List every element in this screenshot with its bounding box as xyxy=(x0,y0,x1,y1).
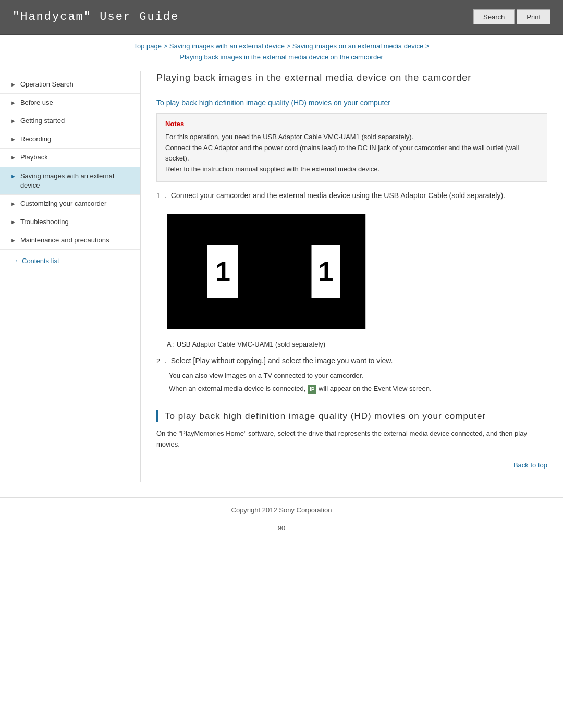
arrow-icon: ► xyxy=(10,200,16,208)
ip-icon: IP xyxy=(308,385,316,394)
breadcrumb-link-4[interactable]: Playing back images in the external medi… xyxy=(180,53,383,61)
step-1-number: 1 ． xyxy=(156,192,169,200)
device-image: 1 1 xyxy=(167,214,365,329)
arrow-icon: ► xyxy=(10,154,16,162)
section2-text: On the "PlayMemories Home" software, sel… xyxy=(156,428,547,450)
device-image-container: 1 1 xyxy=(167,214,366,329)
contents-arrow-icon: → xyxy=(10,256,19,265)
search-button[interactable]: Search xyxy=(473,9,515,24)
main-content: Playing back images in the external medi… xyxy=(141,71,563,482)
sidebar-item-recording[interactable]: ► Recording xyxy=(0,130,140,149)
sidebar-item-customizing[interactable]: ► Customizing your camcorder xyxy=(0,195,140,213)
sidebar-item-saving-images[interactable]: ► Saving images with an external device xyxy=(0,167,140,195)
sidebar-label: Saving images with an external device xyxy=(20,171,132,190)
contents-list-link[interactable]: → Contents list xyxy=(0,250,140,269)
image-caption: A : USB Adaptor Cable VMC-UAM1 (sold sep… xyxy=(167,340,547,348)
arrow-icon: ► xyxy=(10,135,16,143)
step-1: 1 ． Connect your camcorder and the exter… xyxy=(156,190,547,201)
note-line-3: Refer to the instruction manual supplied… xyxy=(165,164,538,175)
sidebar-item-getting-started[interactable]: ► Getting started xyxy=(0,112,140,130)
note-line-2: Connect the AC Adaptor and the power cor… xyxy=(165,143,538,165)
section2: To play back high definition image quali… xyxy=(156,410,547,423)
page-number: 90 xyxy=(0,519,563,542)
sidebar-item-before-use[interactable]: ► Before use xyxy=(0,94,140,112)
page-title: Playing back images in the external medi… xyxy=(156,71,547,90)
back-to-top: Back to top xyxy=(156,455,547,471)
back-to-top-link[interactable]: Back to top xyxy=(513,461,547,469)
arrow-icon: ► xyxy=(10,81,16,89)
hd-movies-link[interactable]: To play back high definition image quali… xyxy=(156,98,547,107)
sidebar-label: Recording xyxy=(20,134,51,144)
sidebar-item-troubleshooting[interactable]: ► Troubleshooting xyxy=(0,213,140,231)
sidebar-item-playback[interactable]: ► Playback xyxy=(0,149,140,167)
notes-box: Notes For this operation, you need the U… xyxy=(156,113,547,182)
sidebar: ► Operation Search ► Before use ► Gettin… xyxy=(0,71,141,482)
print-button[interactable]: Print xyxy=(517,9,550,24)
sidebar-label: Getting started xyxy=(20,116,65,126)
contents-list-label: Contents list xyxy=(22,257,59,265)
sidebar-label: Playback xyxy=(20,153,48,162)
copyright-text: Copyright 2012 Sony Corporation xyxy=(231,506,332,514)
header-buttons: Search Print xyxy=(473,9,550,24)
main-layout: ► Operation Search ► Before use ► Gettin… xyxy=(0,66,563,487)
arrow-icon: ► xyxy=(10,117,16,125)
section2-title: To play back high definition image quali… xyxy=(165,410,547,423)
arrow-icon-active: ► xyxy=(10,172,16,180)
step-2-number: 2 ． xyxy=(156,357,169,365)
sub-step-1: You can also view images on a TV connect… xyxy=(169,371,547,381)
sidebar-item-maintenance[interactable]: ► Maintenance and precautions xyxy=(0,231,140,250)
sidebar-label: Maintenance and precautions xyxy=(20,236,109,245)
arrow-icon: ► xyxy=(10,237,16,244)
sub-step-2: When an external media device is connect… xyxy=(169,384,547,394)
step-2-text: Select [Play without copying.] and selec… xyxy=(171,356,393,365)
label-b: 1 xyxy=(312,245,340,298)
sidebar-label: Before use xyxy=(20,98,53,107)
breadcrumb-link-3[interactable]: Saving images on an external media devic… xyxy=(292,42,423,50)
sidebar-label: Customizing your camcorder xyxy=(20,199,106,208)
step-2: 2 ． Select [Play without copying.] and s… xyxy=(156,355,547,366)
step-1-text: Connect your camcorder and the external … xyxy=(171,191,505,200)
sidebar-label: Operation Search xyxy=(20,80,74,89)
sidebar-label: Troubleshooting xyxy=(20,217,69,227)
footer: Copyright 2012 Sony Corporation xyxy=(0,497,563,519)
label-a: 1 xyxy=(207,245,238,298)
header: "Handycam" User Guide Search Print xyxy=(0,0,563,35)
event-view-text: will appear on the Event View screen. xyxy=(319,385,432,392)
note-line-1: For this operation, you need the USB Ada… xyxy=(165,132,538,143)
breadcrumb-link-1[interactable]: Top page xyxy=(134,42,162,50)
breadcrumb-link-2[interactable]: Saving images with an external device xyxy=(169,42,285,50)
site-title: "Handycam" User Guide xyxy=(13,10,179,23)
sidebar-item-operation-search[interactable]: ► Operation Search xyxy=(0,76,140,94)
sub-step-2-text: When an external media device is connect… xyxy=(169,385,305,392)
arrow-icon: ► xyxy=(10,218,16,226)
breadcrumb: Top page > Saving images with an externa… xyxy=(0,35,563,66)
notes-title: Notes xyxy=(165,120,538,128)
arrow-icon: ► xyxy=(10,99,16,107)
